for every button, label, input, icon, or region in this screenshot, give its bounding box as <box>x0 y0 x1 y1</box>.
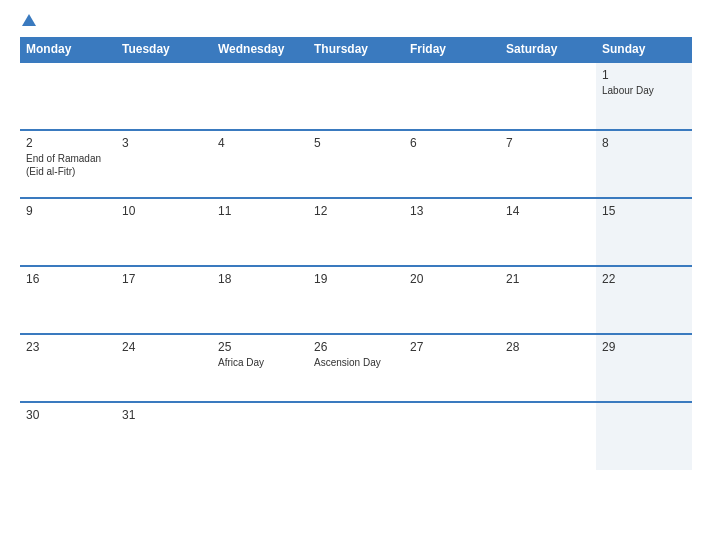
calendar-cell <box>404 62 500 130</box>
calendar-cell <box>500 62 596 130</box>
day-number: 9 <box>26 204 110 218</box>
day-number: 8 <box>602 136 686 150</box>
calendar-cell <box>500 402 596 470</box>
calendar-header-row: MondayTuesdayWednesdayThursdayFridaySatu… <box>20 37 692 62</box>
day-number: 21 <box>506 272 590 286</box>
calendar-cell: 23 <box>20 334 116 402</box>
day-number: 31 <box>122 408 206 422</box>
calendar-cell: 4 <box>212 130 308 198</box>
calendar-cell: 26Ascension Day <box>308 334 404 402</box>
calendar-cell: 1Labour Day <box>596 62 692 130</box>
holiday-label: Africa Day <box>218 356 302 369</box>
week-row-1: 1Labour Day <box>20 62 692 130</box>
day-number: 27 <box>410 340 494 354</box>
day-number: 23 <box>26 340 110 354</box>
col-header-wednesday: Wednesday <box>212 37 308 62</box>
week-row-2: 2End of Ramadan(Eid al-Fitr)345678 <box>20 130 692 198</box>
calendar-cell: 11 <box>212 198 308 266</box>
col-header-friday: Friday <box>404 37 500 62</box>
day-number: 22 <box>602 272 686 286</box>
calendar-cell <box>20 62 116 130</box>
day-number: 11 <box>218 204 302 218</box>
calendar-cell: 28 <box>500 334 596 402</box>
logo <box>20 15 36 27</box>
day-number: 25 <box>218 340 302 354</box>
calendar-cell: 25Africa Day <box>212 334 308 402</box>
calendar-cell <box>308 62 404 130</box>
calendar-cell <box>404 402 500 470</box>
calendar-cell: 3 <box>116 130 212 198</box>
day-number: 18 <box>218 272 302 286</box>
day-number: 13 <box>410 204 494 218</box>
calendar-cell: 9 <box>20 198 116 266</box>
calendar-cell: 29 <box>596 334 692 402</box>
day-number: 24 <box>122 340 206 354</box>
day-number: 3 <box>122 136 206 150</box>
calendar-cell <box>116 62 212 130</box>
week-row-4: 16171819202122 <box>20 266 692 334</box>
day-number: 26 <box>314 340 398 354</box>
week-row-6: 3031 <box>20 402 692 470</box>
calendar-cell: 16 <box>20 266 116 334</box>
calendar-cell: 22 <box>596 266 692 334</box>
calendar-cell <box>212 62 308 130</box>
day-number: 30 <box>26 408 110 422</box>
day-number: 5 <box>314 136 398 150</box>
holiday-label: (Eid al-Fitr) <box>26 165 110 178</box>
day-number: 10 <box>122 204 206 218</box>
calendar-cell: 6 <box>404 130 500 198</box>
calendar-cell: 18 <box>212 266 308 334</box>
calendar-cell: 10 <box>116 198 212 266</box>
calendar-cell: 17 <box>116 266 212 334</box>
calendar-cell: 20 <box>404 266 500 334</box>
day-number: 7 <box>506 136 590 150</box>
calendar-cell: 30 <box>20 402 116 470</box>
day-number: 28 <box>506 340 590 354</box>
calendar-cell: 24 <box>116 334 212 402</box>
holiday-label: End of Ramadan <box>26 152 110 165</box>
day-number: 16 <box>26 272 110 286</box>
day-number: 20 <box>410 272 494 286</box>
calendar-cell: 31 <box>116 402 212 470</box>
day-number: 14 <box>506 204 590 218</box>
calendar-cell: 15 <box>596 198 692 266</box>
calendar-cell: 21 <box>500 266 596 334</box>
day-number: 17 <box>122 272 206 286</box>
day-number: 1 <box>602 68 686 82</box>
calendar-cell: 2End of Ramadan(Eid al-Fitr) <box>20 130 116 198</box>
calendar-cell: 8 <box>596 130 692 198</box>
header <box>20 15 692 27</box>
col-header-saturday: Saturday <box>500 37 596 62</box>
week-row-5: 232425Africa Day26Ascension Day272829 <box>20 334 692 402</box>
calendar-cell: 14 <box>500 198 596 266</box>
day-number: 15 <box>602 204 686 218</box>
day-number: 4 <box>218 136 302 150</box>
logo-triangle-icon <box>22 14 36 26</box>
day-number: 2 <box>26 136 110 150</box>
calendar-cell <box>596 402 692 470</box>
day-number: 29 <box>602 340 686 354</box>
col-header-monday: Monday <box>20 37 116 62</box>
calendar-cell: 12 <box>308 198 404 266</box>
day-number: 6 <box>410 136 494 150</box>
col-header-sunday: Sunday <box>596 37 692 62</box>
holiday-label: Ascension Day <box>314 356 398 369</box>
calendar-table: MondayTuesdayWednesdayThursdayFridaySatu… <box>20 37 692 470</box>
calendar-cell: 5 <box>308 130 404 198</box>
calendar-cell: 27 <box>404 334 500 402</box>
calendar-cell <box>212 402 308 470</box>
calendar-cell: 13 <box>404 198 500 266</box>
calendar-cell: 7 <box>500 130 596 198</box>
day-number: 19 <box>314 272 398 286</box>
col-header-tuesday: Tuesday <box>116 37 212 62</box>
holiday-label: Labour Day <box>602 84 686 97</box>
calendar-page: MondayTuesdayWednesdayThursdayFridaySatu… <box>0 0 712 550</box>
col-header-thursday: Thursday <box>308 37 404 62</box>
calendar-cell: 19 <box>308 266 404 334</box>
week-row-3: 9101112131415 <box>20 198 692 266</box>
day-number: 12 <box>314 204 398 218</box>
calendar-cell <box>308 402 404 470</box>
